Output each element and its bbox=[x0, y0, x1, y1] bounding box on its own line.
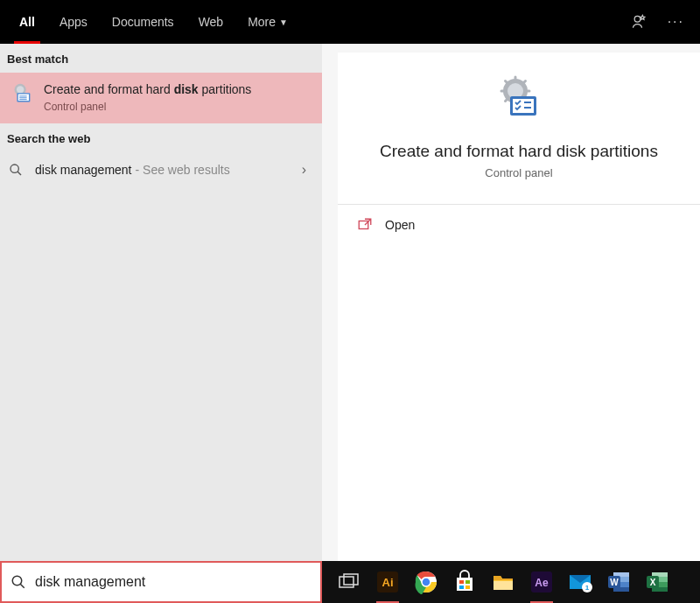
tab-label: Documents bbox=[112, 15, 174, 29]
svg-text:W: W bbox=[610, 578, 619, 587]
store-icon[interactable] bbox=[450, 567, 480, 597]
search-box[interactable] bbox=[0, 561, 322, 603]
mail-icon[interactable]: 1 bbox=[565, 567, 595, 597]
preview-pane-wrap: Create and format hard disk partitions C… bbox=[322, 44, 700, 561]
svg-rect-10 bbox=[359, 221, 368, 229]
taskbar: Ai Ae 1 W X bbox=[322, 561, 700, 603]
web-search-hint: - See web results bbox=[136, 163, 230, 177]
web-search-query: disk management bbox=[35, 163, 132, 177]
control-panel-icon bbox=[9, 81, 35, 108]
search-icon bbox=[9, 163, 26, 177]
svg-rect-22 bbox=[466, 585, 470, 589]
tab-list: All Apps Documents Web More ▼ bbox=[7, 0, 300, 44]
tab-label: More bbox=[248, 15, 276, 29]
file-explorer-icon[interactable] bbox=[488, 567, 518, 597]
rewards-icon[interactable] bbox=[631, 13, 648, 31]
tab-label: All bbox=[19, 15, 35, 29]
svg-point-5 bbox=[10, 165, 18, 172]
chevron-right-icon: › bbox=[302, 162, 306, 178]
web-search-item[interactable]: disk management - See web results › bbox=[0, 152, 322, 187]
tab-more[interactable]: More ▼ bbox=[235, 0, 300, 44]
preview-pane: Create and format hard disk partitions C… bbox=[338, 53, 700, 561]
search-scope-tabs: All Apps Documents Web More ▼ ··· bbox=[0, 0, 700, 44]
svg-point-2 bbox=[17, 86, 24, 93]
tab-documents[interactable]: Documents bbox=[100, 0, 186, 44]
svg-point-11 bbox=[12, 576, 22, 585]
search-input[interactable] bbox=[35, 574, 312, 590]
chrome-icon[interactable] bbox=[411, 567, 441, 597]
svg-rect-19 bbox=[459, 580, 464, 584]
open-action[interactable]: Open bbox=[338, 205, 700, 245]
preview-hero: Create and format hard disk partitions C… bbox=[338, 53, 700, 205]
excel-icon[interactable]: X bbox=[642, 567, 672, 597]
tab-label: Apps bbox=[60, 15, 88, 29]
svg-rect-13 bbox=[344, 574, 358, 585]
svg-rect-23 bbox=[494, 581, 513, 590]
svg-rect-9 bbox=[513, 99, 534, 113]
bottom-row: Ai Ae 1 W X bbox=[0, 561, 700, 603]
svg-rect-12 bbox=[340, 577, 354, 587]
search-icon bbox=[10, 574, 26, 590]
preview-subtitle: Control panel bbox=[485, 166, 552, 179]
main-content: Best match Create and format hard disk p… bbox=[0, 44, 700, 561]
illustrator-icon[interactable]: Ai bbox=[373, 567, 402, 597]
svg-rect-20 bbox=[466, 580, 470, 584]
best-match-item[interactable]: Create and format hard disk partitions C… bbox=[0, 73, 322, 123]
tab-label: Web bbox=[199, 15, 224, 29]
best-match-header: Best match bbox=[0, 44, 322, 73]
preview-title: Create and format hard disk partitions bbox=[380, 142, 658, 161]
task-view-icon[interactable] bbox=[334, 567, 364, 597]
results-pane: Best match Create and format hard disk p… bbox=[0, 44, 322, 561]
svg-text:Ai: Ai bbox=[382, 576, 394, 589]
svg-text:Ae: Ae bbox=[535, 577, 549, 589]
svg-text:1: 1 bbox=[585, 584, 590, 592]
tab-apps[interactable]: Apps bbox=[47, 0, 100, 44]
tab-web[interactable]: Web bbox=[186, 0, 236, 44]
svg-point-0 bbox=[634, 16, 640, 22]
best-match-title: Create and format hard disk partitions bbox=[44, 81, 251, 97]
open-label: Open bbox=[385, 218, 415, 232]
top-right-controls: ··· bbox=[631, 0, 684, 44]
after-effects-icon[interactable]: Ae bbox=[527, 567, 556, 597]
word-icon[interactable]: W bbox=[604, 567, 634, 597]
svg-text:X: X bbox=[650, 578, 656, 587]
control-panel-icon bbox=[491, 72, 547, 128]
best-match-text: Create and format hard disk partitions C… bbox=[44, 81, 251, 113]
chevron-down-icon: ▼ bbox=[279, 18, 288, 27]
open-icon bbox=[357, 217, 373, 233]
search-web-header: Search the web bbox=[0, 123, 322, 152]
best-match-subtitle: Control panel bbox=[44, 101, 251, 113]
svg-rect-21 bbox=[459, 585, 464, 589]
more-options-icon[interactable]: ··· bbox=[668, 14, 684, 30]
tab-all[interactable]: All bbox=[7, 0, 47, 44]
